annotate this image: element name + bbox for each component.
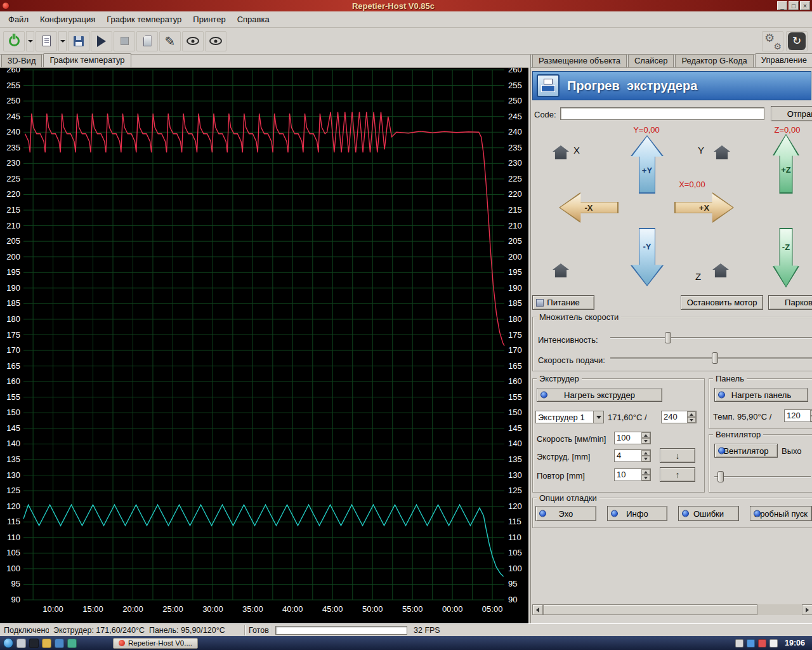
menu-item-1[interactable]: Конфигурация	[34, 13, 101, 26]
extrude-amount-value: 4	[615, 450, 641, 461]
spin-up-icon[interactable]	[641, 450, 650, 456]
play-icon	[97, 36, 106, 47]
move-z-plus-button[interactable]: +Z	[773, 134, 799, 194]
emergency-reset-button[interactable]	[786, 31, 808, 51]
right-tab-0[interactable]: Размещение объекта	[532, 54, 627, 67]
main-toolbar	[0, 28, 812, 55]
browser-icon[interactable]	[67, 639, 77, 648]
sd-card-button[interactable]	[136, 31, 158, 51]
extrude-button[interactable]: ↓	[660, 448, 695, 463]
retract-spinner[interactable]: 10	[614, 468, 651, 481]
file-manager-icon[interactable]	[42, 639, 51, 648]
menu-item-4[interactable]: Справка	[232, 13, 275, 26]
slider-track[interactable]	[714, 476, 811, 477]
spin-up-icon[interactable]	[687, 411, 696, 417]
fan-slider-handle[interactable]	[717, 471, 724, 482]
run-job-button[interactable]	[91, 31, 112, 51]
move-x-plus-button[interactable]: +X	[674, 192, 734, 223]
move-x-minus-button[interactable]: -X	[559, 192, 619, 223]
y-axis-label-left: 260	[6, 68, 20, 74]
extruder-target-spinner[interactable]: 240	[661, 411, 697, 423]
terminal-icon[interactable]	[29, 639, 39, 648]
y-axis-label-left: 155	[6, 392, 20, 402]
spin-down-icon[interactable]	[641, 456, 650, 461]
fan-toggle-button[interactable]: Вентилятор	[714, 444, 778, 458]
debug-errors-button[interactable]: Ошибки	[678, 506, 739, 521]
extrude-speed-spinner[interactable]: 100	[614, 432, 651, 444]
spin-up-icon[interactable]	[641, 469, 650, 475]
move-y-minus-button[interactable]: -Y	[631, 228, 664, 286]
debug-dry-run-button[interactable]: Пробный пуск	[750, 506, 812, 521]
x-axis-label: 50:00	[362, 604, 383, 614]
spin-down-icon[interactable]	[641, 475, 650, 481]
panel-horizontal-scrollbar[interactable]	[532, 604, 812, 615]
volume-icon[interactable]	[769, 639, 778, 647]
save-button[interactable]	[68, 31, 89, 51]
move-y-plus-button[interactable]: +Y	[631, 135, 664, 194]
chevron-down-icon[interactable]	[593, 411, 603, 423]
scroll-right-icon[interactable]	[802, 604, 812, 615]
minimize-button[interactable]: _	[777, 1, 787, 10]
home-all-button[interactable]	[553, 263, 569, 277]
park-button[interactable]: Парков	[768, 295, 812, 310]
menu-item-0[interactable]: Файл	[3, 13, 34, 26]
network-icon[interactable]	[747, 639, 755, 647]
left-tab-1[interactable]: График температур	[43, 53, 131, 67]
home-x-button[interactable]	[553, 145, 569, 159]
feed-slider-handle[interactable]	[712, 352, 718, 364]
left-tab-0[interactable]: 3D-Вид	[1, 54, 42, 67]
move-z-minus-button[interactable]: -Z	[773, 228, 799, 288]
extrude-amount-spinner[interactable]: 4	[614, 449, 651, 462]
debug-info-button[interactable]: Инфо	[607, 506, 668, 521]
monitor-icon[interactable]	[55, 639, 64, 648]
spin-up-icon[interactable]	[641, 432, 650, 438]
flow-slider-handle[interactable]	[665, 332, 671, 343]
edit-gcode-button[interactable]	[159, 31, 181, 51]
notification-icon[interactable]	[758, 639, 766, 647]
right-tab-1[interactable]: Слайсер	[628, 54, 674, 67]
feedrate-slider[interactable]	[610, 352, 812, 364]
gcode-input[interactable]	[560, 107, 764, 120]
retract-button[interactable]: ↑	[660, 467, 695, 482]
slider-track[interactable]	[610, 337, 812, 338]
arrow-up-icon: ↑	[676, 470, 680, 480]
connect-dropdown-button[interactable]	[26, 31, 34, 51]
debug-echo-button[interactable]: Эхо	[535, 506, 596, 521]
home-z-button[interactable]	[712, 263, 729, 277]
menu-item-3[interactable]: Принтер	[187, 13, 231, 26]
stop-motor-button[interactable]: Остановить мотор	[681, 295, 763, 310]
extruder-selector[interactable]: Экструдер 1	[535, 411, 604, 423]
slider-track[interactable]	[610, 357, 812, 359]
home-y-button[interactable]	[714, 145, 730, 159]
printer-settings-button[interactable]	[762, 31, 783, 51]
show-desktop-icon[interactable]	[16, 639, 26, 648]
tray-clock[interactable]: 19:06	[781, 639, 809, 647]
spin-down-icon[interactable]	[641, 438, 650, 444]
spin-down-icon[interactable]	[687, 417, 696, 423]
show-travel-button[interactable]	[205, 31, 226, 51]
show-filament-button[interactable]	[182, 31, 204, 51]
maximize-button[interactable]: □	[789, 1, 799, 10]
close-button[interactable]: ×	[800, 1, 810, 10]
power-button[interactable]: Питание	[532, 295, 594, 310]
taskbar-window-button[interactable]: Repetier-Host V0....	[113, 638, 198, 649]
heat-extruder-button[interactable]: Нагреть экструдер	[537, 388, 662, 402]
connect-button[interactable]	[3, 31, 25, 51]
bed-target-spinner[interactable]: 120	[784, 409, 812, 422]
kill-job-button[interactable]	[114, 31, 135, 51]
fan-slider[interactable]	[714, 470, 811, 483]
send-gcode-button[interactable]: Отправ	[771, 106, 812, 121]
heat-bed-button[interactable]: Нагреть панель	[714, 388, 808, 402]
right-tab-2[interactable]: Редактор G-Кода	[675, 54, 753, 67]
menu-item-2[interactable]: График температур	[101, 13, 187, 26]
new-gcode-button[interactable]	[36, 31, 57, 51]
scrollbar-thumb[interactable]	[543, 604, 757, 615]
right-tab-3[interactable]: Управление	[755, 53, 812, 67]
flow-slider[interactable]	[610, 331, 812, 344]
new-gcode-dropdown-button[interactable]	[58, 31, 67, 51]
start-menu-icon[interactable]	[3, 638, 13, 648]
scrollbar-track[interactable]	[757, 604, 802, 615]
keyboard-layout-icon[interactable]	[735, 639, 743, 647]
led-icon	[611, 510, 618, 517]
scroll-left-icon[interactable]	[532, 604, 543, 615]
